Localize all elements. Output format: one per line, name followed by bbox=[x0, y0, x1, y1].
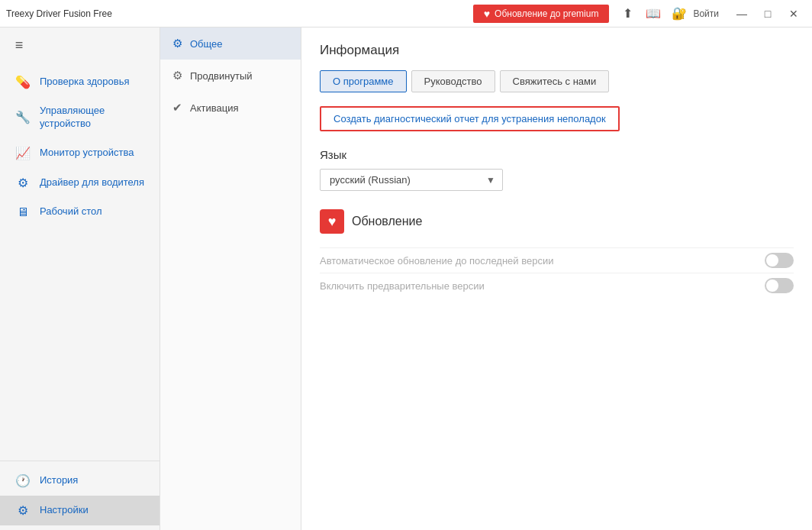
activation-icon: ✔ bbox=[172, 101, 182, 115]
premium-button[interactable]: ♥ Обновление до premium bbox=[473, 5, 610, 23]
language-select[interactable]: русский (Russian) English Deutsch França… bbox=[320, 169, 503, 191]
minimize-button[interactable]: — bbox=[730, 3, 754, 24]
beta-row: Включить предварительные версии bbox=[320, 273, 794, 298]
sidebar-label-desktop: Рабочий стол bbox=[40, 205, 102, 218]
share-icon[interactable]: ⬆ bbox=[615, 3, 640, 24]
sidebar-bottom: 🕐 История ⚙ Настройки bbox=[0, 461, 160, 530]
settings-item-activation[interactable]: ✔ Активация bbox=[160, 92, 301, 124]
sidebar-item-driver-updater[interactable]: ⚙ Драйвер для водителя bbox=[0, 168, 160, 198]
page-title: Информация bbox=[320, 43, 794, 58]
sidebar-item-device-manager[interactable]: 🔧 Управляющее устройство bbox=[0, 97, 160, 138]
language-label: Язык bbox=[320, 148, 794, 161]
tab-contact[interactable]: Свяжитесь с нами bbox=[500, 70, 610, 92]
sidebar-label-health: Проверка здоровья bbox=[40, 76, 130, 89]
settings-panel: ⚙ Общее ⚙ Продвинутый ✔ Активация bbox=[160, 27, 301, 530]
signin-icon[interactable]: 🔐 bbox=[667, 3, 691, 24]
sidebar-label-device-monitor: Монитор устройства bbox=[40, 147, 134, 160]
advanced-label: Продвинутый bbox=[190, 70, 253, 82]
sidebar-label-history: История bbox=[40, 474, 78, 487]
sidebar-item-device-monitor[interactable]: 📈 Монитор устройства bbox=[0, 138, 160, 168]
tab-about[interactable]: О программе bbox=[320, 70, 407, 92]
heart-icon: ♥ bbox=[484, 8, 490, 20]
activation-label: Активация bbox=[190, 102, 238, 114]
app-title: Treexy Driver Fusion Free bbox=[6, 8, 473, 19]
health-icon: 💊 bbox=[15, 75, 31, 89]
sidebar: ≡ 💊 Проверка здоровья 🔧 Управляющее устр… bbox=[0, 27, 160, 530]
tab-manual[interactable]: Руководство bbox=[411, 70, 495, 92]
settings-icon: ⚙ bbox=[15, 503, 31, 518]
update-title: Обновление bbox=[352, 215, 422, 228]
sidebar-label-settings: Настройки bbox=[40, 504, 89, 517]
titlebar: Treexy Driver Fusion Free ♥ Обновление д… bbox=[0, 0, 812, 27]
menu-button[interactable]: ≡ bbox=[0, 27, 38, 63]
sidebar-label-device-manager: Управляющее устройство bbox=[40, 105, 144, 131]
settings-item-advanced[interactable]: ⚙ Продвинутый bbox=[160, 60, 301, 92]
sidebar-item-history[interactable]: 🕐 История bbox=[0, 466, 160, 496]
beta-label: Включить предварительные версии bbox=[320, 280, 485, 292]
bookmark-icon[interactable]: 📖 bbox=[641, 3, 665, 24]
auto-update-row: Автоматическое обновление до последней в… bbox=[320, 247, 794, 273]
maximize-button[interactable]: □ bbox=[756, 3, 780, 24]
diagnostic-button[interactable]: Создать диагностический отчет для устран… bbox=[320, 106, 620, 131]
sidebar-label-driver: Драйвер для водителя bbox=[40, 176, 144, 189]
history-icon: 🕐 bbox=[15, 473, 31, 488]
desktop-icon: 🖥 bbox=[15, 205, 31, 219]
close-button[interactable]: ✕ bbox=[781, 3, 806, 24]
device-manager-icon: 🔧 bbox=[15, 110, 31, 124]
driver-icon: ⚙ bbox=[15, 176, 31, 190]
auto-update-toggle[interactable] bbox=[765, 253, 794, 268]
signin-label[interactable]: Войти bbox=[693, 8, 719, 19]
device-monitor-icon: 📈 bbox=[15, 146, 31, 160]
tabs: О программе Руководство Свяжитесь с нами bbox=[320, 70, 794, 92]
sidebar-item-health[interactable]: 💊 Проверка здоровья bbox=[0, 67, 160, 97]
sidebar-item-settings[interactable]: ⚙ Настройки bbox=[0, 496, 160, 525]
auto-update-label: Автоматическое обновление до последней в… bbox=[320, 255, 553, 267]
beta-toggle[interactable] bbox=[765, 278, 794, 293]
sidebar-nav: 💊 Проверка здоровья 🔧 Управляющее устрой… bbox=[0, 63, 160, 461]
main-layout: ≡ 💊 Проверка здоровья 🔧 Управляющее устр… bbox=[0, 27, 812, 530]
premium-label: Обновление до premium bbox=[495, 8, 598, 19]
hamburger-icon: ≡ bbox=[15, 37, 24, 53]
general-label: Общее bbox=[190, 38, 223, 50]
general-icon: ⚙ bbox=[172, 37, 182, 50]
update-heart-icon: ♥ bbox=[320, 209, 344, 234]
update-section: ♥ Обновление bbox=[320, 209, 794, 234]
settings-item-general[interactable]: ⚙ Общее bbox=[160, 27, 301, 60]
titlebar-actions: ⬆ 📖 🔐 Войти — □ ✕ bbox=[615, 3, 806, 24]
language-selector-wrapper: русский (Russian) English Deutsch França… bbox=[320, 169, 503, 191]
content-area: Информация О программе Руководство Свяжи… bbox=[301, 27, 812, 530]
sidebar-item-desktop[interactable]: 🖥 Рабочий стол bbox=[0, 198, 160, 227]
advanced-icon: ⚙ bbox=[172, 69, 182, 82]
